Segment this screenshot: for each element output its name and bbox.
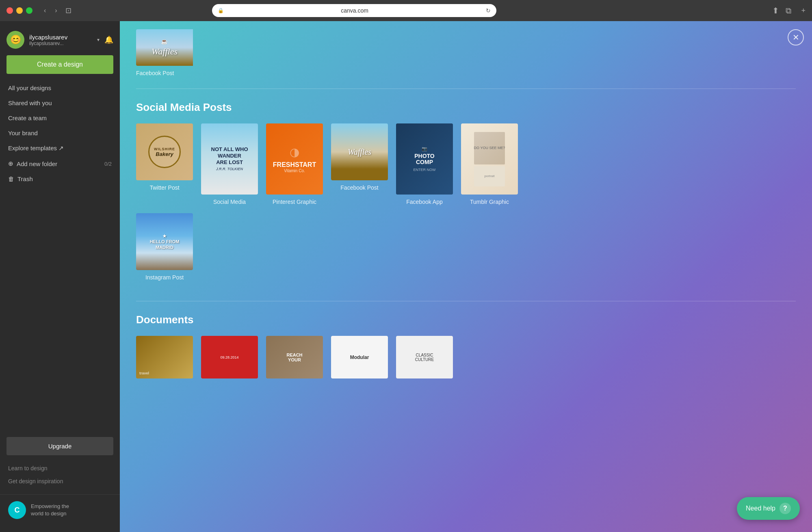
pinterest-card[interactable]: ◑ FRESHSTART Vitamin Co. Pinterest Graph…	[266, 123, 323, 205]
social-media-section: Social Media Posts WILSHIRE Bakery Twitt…	[136, 101, 796, 281]
url-text: canva.com	[227, 7, 483, 14]
app-layout: 😊 ilycapslusarev ilycapslusarev... ▾ 🔔 C…	[0, 21, 812, 532]
doc3-thumb: REACHYOUR	[266, 336, 323, 378]
sidebar-item-trash[interactable]: 🗑 Trash	[0, 171, 120, 186]
facebook-post-thumb: Waffles	[331, 123, 388, 180]
canva-tagline: Empowering theworld to design	[31, 503, 69, 517]
browser-actions: ⬆ ⧉ +	[772, 6, 806, 15]
doc5-thumb: CLASSICCULTURE	[396, 336, 453, 378]
plus-icon: ⊕	[8, 160, 13, 167]
upgrade-button[interactable]: Upgrade	[6, 437, 113, 455]
doc1-card[interactable]: travel	[136, 336, 193, 383]
twitter-post-card[interactable]: WILSHIRE Bakery Twitter Post	[136, 123, 193, 205]
waffles-fb-text: Waffles	[348, 147, 371, 157]
add-tab-button[interactable]: +	[801, 6, 806, 15]
instagram-label: Instagram Post	[136, 274, 193, 281]
social-media-grid-row2: ★HELLO FROMMADRID Instagram Post	[136, 213, 796, 281]
wilshire-bakery: Bakery	[156, 151, 173, 157]
avatar: 😊	[6, 31, 24, 49]
social-media-thumb: NOT ALL WHOWANDERARE LOSTJ.R.R. TOLKIEN	[201, 123, 258, 195]
user-dropdown-icon[interactable]: ▾	[97, 37, 100, 43]
sidebar-item-your-brand[interactable]: Your brand	[0, 125, 120, 141]
doc4-text: Modular	[350, 355, 369, 360]
notification-button[interactable]: 🔔	[104, 35, 113, 44]
photo-comp-text: PHOTOCOMP	[414, 153, 436, 166]
need-help-button[interactable]: Need help ?	[737, 497, 800, 520]
nav-links: All your designs Shared with you Create …	[0, 80, 120, 430]
folder-label: Add new folder	[17, 160, 57, 167]
twitter-post-label: Twitter Post	[136, 184, 193, 191]
instagram-thumb: ★HELLO FROMMADRID	[136, 213, 193, 270]
top-facebook-label: Facebook Post	[136, 70, 796, 76]
freshstart-sub: Vitamin Co.	[273, 169, 316, 173]
top-preview-section: ☕ Waffles Facebook Post	[136, 29, 796, 76]
user-section: 😊 ilycapslusarev ilycapslusarev... ▾ 🔔	[0, 28, 120, 55]
sidebar-toggle-button[interactable]: ⊡	[65, 6, 71, 15]
back-button[interactable]: ‹	[41, 5, 49, 16]
facebook-post-label: Facebook Post	[331, 184, 388, 191]
pinterest-thumb: ◑ FRESHSTART Vitamin Co.	[266, 123, 323, 195]
divider-2	[136, 301, 796, 301]
minimize-traffic-light[interactable]	[16, 7, 23, 14]
forward-button[interactable]: ›	[52, 5, 60, 16]
top-facebook-thumb: ☕ Waffles	[136, 29, 796, 66]
lock-icon: 🔒	[218, 8, 224, 13]
sidebar-footer-links: Learn to design Get design inspiration	[0, 462, 120, 491]
tumblr-thumb: DO YOU SEE ME? portrait	[461, 123, 518, 195]
new-tab-button[interactable]: ⧉	[786, 6, 791, 15]
close-traffic-light[interactable]	[6, 7, 13, 14]
trash-label: Trash	[17, 175, 33, 182]
instagram-card[interactable]: ★HELLO FROMMADRID Instagram Post	[136, 213, 193, 281]
create-design-button[interactable]: Create a design	[6, 55, 113, 74]
add-folder-section[interactable]: ⊕ Add new folder 0/2	[0, 156, 120, 171]
facebook-app-thumb: 📷 PHOTOCOMP ENTER NOW	[396, 123, 453, 195]
doc5-card[interactable]: CLASSICCULTURE	[396, 336, 453, 383]
user-info: ilycapslusarev ilycapslusarev...	[29, 34, 92, 46]
twitter-post-thumb: WILSHIRE Bakery	[136, 123, 193, 180]
tumblr-card[interactable]: DO YOU SEE ME? portrait Tumblr Graphic	[461, 123, 518, 205]
doc1-text: travel	[139, 371, 149, 375]
top-facebook-card[interactable]: ☕ Waffles Facebook Post	[136, 29, 796, 76]
learn-to-design-link[interactable]: Learn to design	[0, 462, 120, 475]
social-media-title: Social Media Posts	[136, 101, 796, 114]
tumblr-label: Tumblr Graphic	[461, 199, 518, 205]
sidebar-item-shared-with-you[interactable]: Shared with you	[0, 95, 120, 110]
main-content: ✕ ☕ Waffles Facebook Post	[120, 21, 812, 532]
doc1-thumb: travel	[136, 336, 193, 378]
user-email: ilycapslusarev...	[29, 41, 92, 46]
canva-logo: C	[8, 501, 26, 519]
pinterest-label: Pinterest Graphic	[266, 199, 323, 205]
social-media-card[interactable]: NOT ALL WHOWANDERARE LOSTJ.R.R. TOLKIEN …	[201, 123, 258, 205]
sidebar-item-all-designs[interactable]: All your designs	[0, 80, 120, 95]
documents-grid: travel 09.28.2014 REACHYOUR	[136, 336, 796, 383]
sidebar: 😊 ilycapslusarev ilycapslusarev... ▾ 🔔 C…	[0, 21, 120, 532]
facebook-app-card[interactable]: 📷 PHOTOCOMP ENTER NOW Facebook App	[396, 123, 453, 205]
canva-branding: C Empowering theworld to design	[0, 494, 120, 526]
top-waffles-text: Waffles	[152, 46, 178, 57]
content-scroll: ☕ Waffles Facebook Post Social Media Pos…	[120, 21, 812, 419]
wilshire-label: WILSHIRE	[154, 147, 175, 151]
need-help-text: Need help	[746, 505, 775, 512]
social-media-label: Social Media	[201, 199, 258, 205]
doc3-text: REACHYOUR	[286, 353, 302, 362]
get-inspiration-link[interactable]: Get design inspiration	[0, 475, 120, 488]
facebook-post-card[interactable]: Waffles Facebook Post	[331, 123, 388, 205]
url-bar[interactable]: 🔒 canva.com ↻	[212, 4, 496, 17]
nav-buttons: ‹ ›	[41, 5, 61, 16]
help-icon: ?	[780, 503, 791, 514]
user-name: ilycapslusarev	[29, 34, 92, 41]
doc3-card[interactable]: REACHYOUR	[266, 336, 323, 383]
traffic-lights	[6, 7, 32, 14]
browser-chrome: ‹ › ⊡ 🔒 canva.com ↻ ⬆ ⧉ +	[0, 0, 812, 21]
doc2-thumb: 09.28.2014	[201, 336, 258, 378]
doc4-thumb: Modular	[331, 336, 388, 378]
sidebar-item-create-team[interactable]: Create a team	[0, 110, 120, 125]
fullscreen-traffic-light[interactable]	[26, 7, 32, 14]
social-media-grid: WILSHIRE Bakery Twitter Post NOT ALL WHO…	[136, 123, 796, 205]
doc4-card[interactable]: Modular	[331, 336, 388, 383]
close-button[interactable]: ✕	[788, 29, 804, 45]
share-button[interactable]: ⬆	[772, 6, 779, 15]
reload-button[interactable]: ↻	[486, 7, 491, 14]
sidebar-item-explore-templates[interactable]: Explore templates ↗	[0, 141, 120, 156]
doc2-card[interactable]: 09.28.2014	[201, 336, 258, 383]
